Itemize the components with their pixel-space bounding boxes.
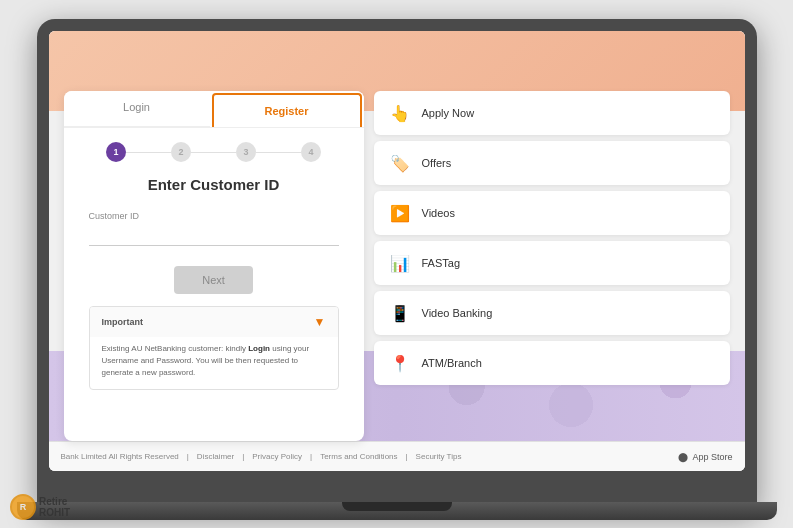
watermark: R Retire ROHIT (10, 494, 70, 520)
laptop-outer: Bank Limited All Rights Reserved | Discl… (37, 19, 757, 509)
step-line-3 (256, 152, 301, 153)
videos-icon: ▶️ (388, 201, 412, 225)
tab-register[interactable]: Register (212, 93, 362, 127)
step-indicator: 1 2 3 4 (64, 128, 364, 176)
footer-link-disclaimer[interactable]: Disclaimer (197, 452, 234, 461)
customer-id-label: Customer ID (89, 211, 339, 221)
sidebar-item-atm-branch[interactable]: 📍 ATM/Branch (374, 341, 730, 385)
footer-link-security[interactable]: Security Tips (416, 452, 462, 461)
next-button[interactable]: Next (174, 266, 253, 294)
sidebar-label-video-banking: Video Banking (422, 307, 493, 319)
step-1: 1 (106, 142, 126, 162)
atm-branch-icon: 📍 (388, 351, 412, 375)
step-3: 3 (236, 142, 256, 162)
fastag-icon: 📊 (388, 251, 412, 275)
watermark-retire: Retire (39, 496, 70, 507)
sidebar-label-videos: Videos (422, 207, 455, 219)
watermark-rohit: ROHIT (39, 507, 70, 518)
tab-bar: Login Register (64, 91, 364, 128)
app-store-label: App Store (692, 452, 732, 462)
form-title: Enter Customer ID (89, 176, 339, 193)
sidebar-item-video-banking[interactable]: 📱 Video Banking (374, 291, 730, 335)
step-line-2 (191, 152, 236, 153)
sidebar-item-apply-now[interactable]: 👆 Apply Now (374, 91, 730, 135)
important-section: Important ▼ Existing AU NetBanking custo… (89, 306, 339, 390)
sidebar-item-fastag[interactable]: 📊 FASTag (374, 241, 730, 285)
sidebar-item-videos[interactable]: ▶️ Videos (374, 191, 730, 235)
right-panel: 👆 Apply Now 🏷️ Offers ▶️ Videos 📊 FASTag (374, 91, 730, 441)
important-title: Important (102, 317, 144, 327)
app-store-link[interactable]: ⬤ App Store (678, 452, 732, 462)
step-2: 2 (171, 142, 191, 162)
footer-link-bank[interactable]: Bank Limited All Rights Reserved (61, 452, 179, 461)
apply-now-icon: 👆 (388, 101, 412, 125)
sidebar-item-offers[interactable]: 🏷️ Offers (374, 141, 730, 185)
sidebar-label-atm-branch: ATM/Branch (422, 357, 482, 369)
sidebar-label-apply-now: Apply Now (422, 107, 475, 119)
important-body: Existing AU NetBanking customer: kindly … (90, 337, 338, 389)
screen-content: Bank Limited All Rights Reserved | Discl… (49, 31, 745, 471)
laptop-screen: Bank Limited All Rights Reserved | Discl… (49, 31, 745, 471)
app-store-icon: ⬤ (678, 452, 688, 462)
footer-bar: Bank Limited All Rights Reserved | Discl… (49, 441, 745, 471)
video-banking-icon: 📱 (388, 301, 412, 325)
chevron-down-icon[interactable]: ▼ (314, 315, 326, 329)
tab-login[interactable]: Login (64, 91, 210, 127)
step-line-1 (126, 152, 171, 153)
important-header: Important ▼ (90, 307, 338, 337)
sidebar-label-offers: Offers (422, 157, 452, 169)
customer-id-input[interactable] (89, 225, 339, 246)
footer-link-privacy[interactable]: Privacy Policy (252, 452, 302, 461)
left-panel: Login Register 1 2 (64, 91, 364, 441)
form-area: Enter Customer ID Customer ID Next Impor… (64, 176, 364, 405)
main-content: Login Register 1 2 (64, 91, 730, 441)
sidebar-label-fastag: FASTag (422, 257, 461, 269)
offers-icon: 🏷️ (388, 151, 412, 175)
footer-link-terms[interactable]: Terms and Conditions (320, 452, 397, 461)
step-4: 4 (301, 142, 321, 162)
